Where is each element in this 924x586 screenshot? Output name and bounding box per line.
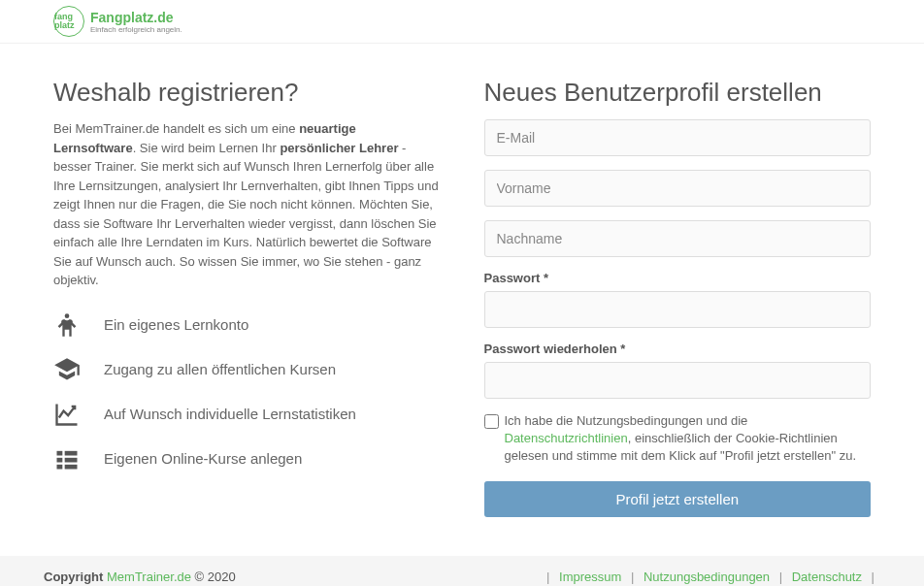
nutzungs-link[interactable]: Nutzungsbedingungen: [644, 570, 770, 584]
password-field[interactable]: [484, 291, 872, 328]
intro-text: Bei MemTrainer.de handelt es sich um ein…: [53, 119, 441, 290]
svg-rect-6: [65, 464, 78, 469]
impressum-link[interactable]: Impressum: [559, 570, 621, 584]
chart-line-icon: [53, 401, 81, 428]
feature-item: Ein eigenes Lernkonto: [53, 311, 441, 339]
right-heading: Neues Benutzerprofil erstellen: [484, 78, 872, 108]
list-icon: [53, 445, 81, 472]
left-heading: Weshalb registrieren?: [53, 78, 441, 108]
feature-label: Auf Wunsch individuelle Lernstatistiken: [104, 406, 356, 422]
header: fang platz Fangplatz.de Einfach erfolgre…: [0, 0, 924, 44]
footer-left: Copyright MemTrainer.de © 2020 Programmi…: [44, 570, 267, 586]
person-icon: [53, 311, 81, 339]
feature-label: Zugang zu allen öffentlichen Kursen: [104, 361, 336, 377]
submit-button[interactable]: Profil jetzt erstellen: [484, 481, 872, 517]
feature-item: Zugang zu allen öffentlichen Kursen: [53, 356, 441, 383]
logo-name: Fangplatz.de: [90, 10, 182, 25]
svg-rect-1: [57, 450, 63, 455]
svg-rect-3: [57, 457, 63, 462]
datenschutz-link[interactable]: Datenschutz: [792, 570, 862, 584]
left-column: Weshalb registrieren? Bei MemTrainer.de …: [53, 78, 441, 517]
terms-checkbox[interactable]: [484, 414, 499, 429]
email-field[interactable]: [484, 119, 872, 156]
feature-label: Eigenen Online-Kurse anlegen: [104, 450, 302, 467]
footer: Copyright MemTrainer.de © 2020 Programmi…: [0, 556, 924, 586]
svg-rect-2: [65, 450, 78, 455]
logo-tagline: Einfach erfolgreich angeln.: [90, 25, 182, 34]
firstname-field[interactable]: [484, 170, 872, 207]
feature-item: Auf Wunsch individuelle Lernstatistiken: [53, 401, 441, 428]
feature-label: Ein eigenes Lernkonto: [104, 316, 248, 333]
right-column: Neues Benutzerprofil erstellen Passwort …: [484, 78, 872, 517]
terms-label: Ich habe die Nutzungsbedingungen und die…: [505, 412, 872, 466]
svg-rect-5: [57, 464, 63, 469]
lastname-field[interactable]: [484, 220, 872, 257]
feature-item: Eigenen Online-Kurse anlegen: [53, 445, 441, 472]
svg-point-0: [65, 313, 70, 318]
password-repeat-field[interactable]: [484, 362, 872, 399]
logo-link[interactable]: fang platz Fangplatz.de Einfach erfolgre…: [53, 6, 182, 37]
svg-rect-4: [65, 457, 78, 462]
password-label: Passwort *: [484, 271, 872, 285]
password-repeat-label: Passwort wiederholen *: [484, 342, 872, 356]
logo-circle: fang platz: [53, 6, 84, 37]
graduation-cap-icon: [53, 356, 81, 383]
content: Weshalb registrieren? Bei MemTrainer.de …: [0, 44, 924, 556]
privacy-link[interactable]: Datenschutzrichtlinien: [505, 431, 628, 445]
footer-right: | Impressum | Nutzungsbedingungen | Date…: [541, 570, 880, 586]
footer-site-link[interactable]: MemTrainer.de: [107, 570, 191, 584]
